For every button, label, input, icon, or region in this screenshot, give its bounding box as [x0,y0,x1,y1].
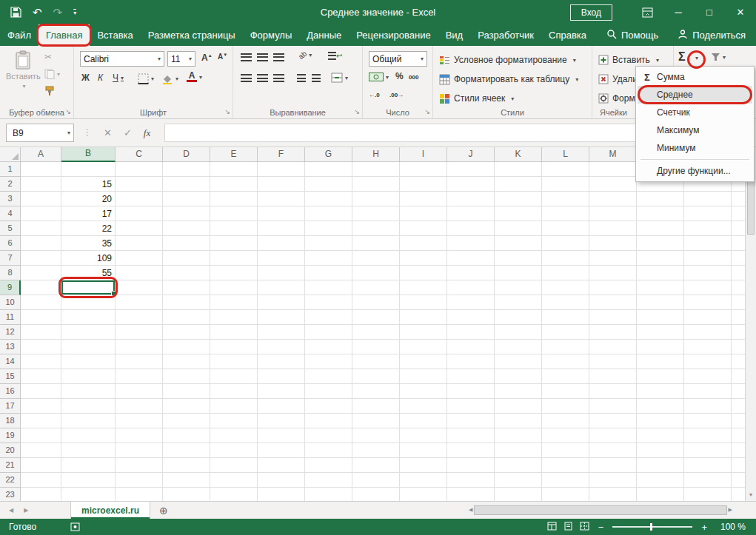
cell-D8[interactable] [163,266,210,280]
cell-L19[interactable] [542,428,589,443]
cell-P21[interactable] [732,458,745,473]
cell-O9[interactable] [684,280,732,295]
cell-C23[interactable] [116,488,163,501]
copy-icon[interactable] [44,69,60,79]
cell-I13[interactable] [400,340,447,354]
vertical-scroll-thumb[interactable] [747,181,755,235]
cell-B5[interactable]: 22 [61,221,116,236]
cell-L17[interactable] [542,399,589,414]
comma-style-icon[interactable]: 000 [409,74,418,81]
column-header-A[interactable]: A [21,147,61,162]
row-header-15[interactable]: 15 [0,369,21,384]
cell-E10[interactable] [210,295,258,310]
cell-I16[interactable] [400,384,447,399]
cell-B14[interactable] [61,354,116,369]
horizontal-scrollbar[interactable]: ◀ ▶ [466,503,735,517]
cell-P20[interactable] [732,443,745,458]
format-as-table-button[interactable]: Форматировать как таблицу [439,71,578,87]
cell-E13[interactable] [210,340,258,354]
cell-B21[interactable] [61,458,116,473]
sheet-nav-left-icon[interactable]: ◀ [9,507,13,514]
name-box-dropdown-icon[interactable] [65,129,70,136]
save-icon[interactable] [10,7,21,18]
cell-E11[interactable] [210,310,258,325]
cell-A20[interactable] [21,443,61,458]
cell-M6[interactable] [589,236,637,251]
cell-L18[interactable] [542,414,589,428]
cell-F17[interactable] [258,399,305,414]
name-box[interactable]: B9 [6,124,74,142]
conditional-formatting-button[interactable]: Условное форматирование [439,52,576,68]
cell-H9[interactable] [352,280,400,295]
cell-P17[interactable] [732,399,745,414]
tab-Формулы[interactable]: Формулы [243,24,300,46]
cell-B3[interactable]: 20 [61,192,116,206]
cell-K5[interactable] [495,221,542,236]
cell-I4[interactable] [400,206,447,221]
scroll-left-icon[interactable]: ◀ [469,507,472,513]
zoom-out-icon[interactable]: − [598,522,604,533]
cell-D13[interactable] [163,340,210,354]
cell-O11[interactable] [684,310,732,325]
cell-F12[interactable] [258,325,305,340]
cell-E22[interactable] [210,473,258,488]
cell-J16[interactable] [447,384,495,399]
cell-J1[interactable] [447,162,495,177]
cell-P3[interactable] [732,192,745,206]
cell-A4[interactable] [21,206,61,221]
cell-P6[interactable] [732,236,745,251]
cell-M11[interactable] [589,310,637,325]
cell-J13[interactable] [447,340,495,354]
cell-G20[interactable] [305,443,352,458]
cell-J15[interactable] [447,369,495,384]
cell-E1[interactable] [210,162,258,177]
cell-C20[interactable] [116,443,163,458]
cell-H1[interactable] [352,162,400,177]
cell-D2[interactable] [163,177,210,192]
cell-N7[interactable] [637,251,684,266]
cell-L22[interactable] [542,473,589,488]
cell-G16[interactable] [305,384,352,399]
cell-K7[interactable] [495,251,542,266]
cell-J4[interactable] [447,206,495,221]
cell-K14[interactable] [495,354,542,369]
cell-L10[interactable] [542,295,589,310]
cell-C4[interactable] [116,206,163,221]
menu-item-max[interactable]: Максимум [638,121,752,139]
percent-style-icon[interactable]: % [395,71,404,81]
row-header-19[interactable]: 19 [0,428,21,443]
cell-P4[interactable] [732,206,745,221]
cell-B19[interactable] [61,428,116,443]
cell-D15[interactable] [163,369,210,384]
zoom-level[interactable]: 100 % [716,522,746,532]
cell-G4[interactable] [305,206,352,221]
cell-I11[interactable] [400,310,447,325]
row-header-23[interactable]: 23 [0,488,21,501]
cell-C11[interactable] [116,310,163,325]
cell-M22[interactable] [589,473,637,488]
cell-L1[interactable] [542,162,589,177]
cell-H13[interactable] [352,340,400,354]
tab-Рецензирование[interactable]: Рецензирование [349,24,438,46]
cell-L16[interactable] [542,384,589,399]
cell-G3[interactable] [305,192,352,206]
align-left-icon[interactable] [241,74,252,82]
cell-G22[interactable] [305,473,352,488]
cell-K21[interactable] [495,458,542,473]
cell-E4[interactable] [210,206,258,221]
cell-O7[interactable] [684,251,732,266]
cell-I14[interactable] [400,354,447,369]
cell-J23[interactable] [447,488,495,501]
cell-L4[interactable] [542,206,589,221]
cell-G23[interactable] [305,488,352,501]
cell-I12[interactable] [400,325,447,340]
cell-N12[interactable] [637,325,684,340]
cell-N3[interactable] [637,192,684,206]
cell-A23[interactable] [21,488,61,501]
cell-F3[interactable] [258,192,305,206]
cell-P10[interactable] [732,295,745,310]
cell-B10[interactable] [61,295,116,310]
tab-Вид[interactable]: Вид [438,24,471,46]
cell-L14[interactable] [542,354,589,369]
cell-F14[interactable] [258,354,305,369]
